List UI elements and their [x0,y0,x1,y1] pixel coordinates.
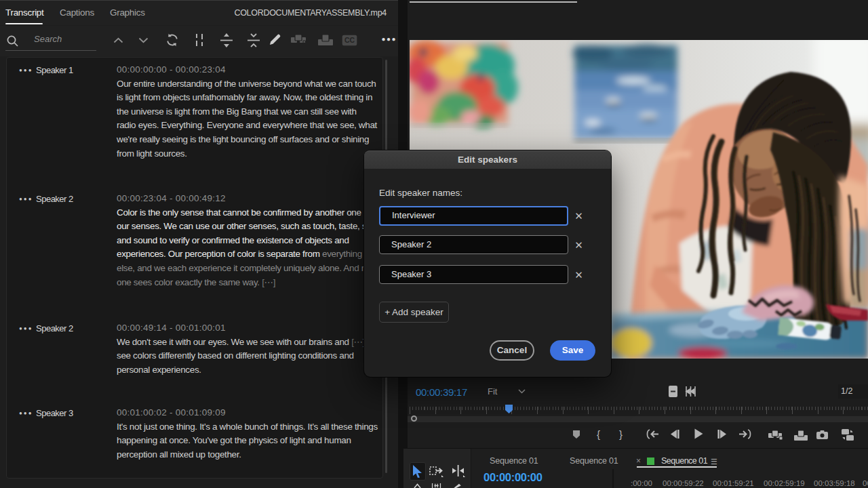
svg-text:CC: CC [344,36,355,44]
